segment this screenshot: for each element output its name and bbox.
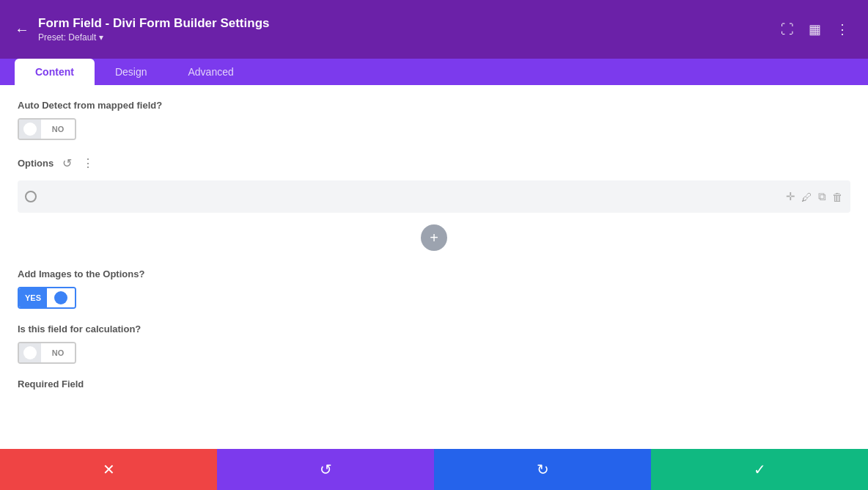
header: ← Form Field - Divi Form Builder Setting…	[0, 0, 868, 59]
toggle-yes-thumb-area	[47, 288, 75, 307]
columns-icon-button[interactable]: ▦	[804, 17, 825, 42]
auto-detect-toggle[interactable]: NO	[18, 118, 76, 140]
header-preset[interactable]: Preset: Default ▾	[38, 32, 269, 43]
bottom-toolbar: ✕ ↺ ↻ ✓	[0, 449, 868, 490]
cancel-button[interactable]: ✕	[0, 449, 217, 490]
delete-icon[interactable]: 🗑	[832, 191, 843, 203]
redo-button[interactable]: ↻	[434, 449, 651, 490]
options-more-button[interactable]: ⋮	[81, 155, 95, 172]
toggle-yes-thumb	[54, 291, 67, 304]
is-calculation-toggle-row: NO	[18, 342, 850, 364]
add-option-button[interactable]: +	[421, 224, 447, 251]
header-title: Form Field - Divi Form Builder Settings	[38, 16, 269, 31]
add-images-toggle[interactable]: YES	[18, 287, 76, 309]
toggle-no-text: NO	[41, 120, 75, 139]
auto-detect-label: Auto Detect from mapped field?	[18, 100, 850, 111]
is-calculation-section: Is this field for calculation? NO	[18, 323, 850, 364]
required-field-section: Required Field	[18, 379, 850, 390]
more-icon-button[interactable]: ⋮	[831, 17, 853, 42]
add-images-section: Add Images to the Options? YES	[18, 268, 850, 309]
add-option-row: +	[18, 224, 850, 251]
toggle-yes-text: YES	[19, 288, 47, 307]
tabs-bar: Content Design Advanced	[0, 59, 868, 85]
header-right: ⛶ ▦ ⋮	[776, 17, 853, 42]
is-calculation-toggle[interactable]: NO	[18, 342, 76, 364]
duplicate-icon[interactable]: ⧉	[818, 190, 826, 203]
auto-detect-toggle-row: NO	[18, 118, 850, 140]
calc-toggle-thumb	[23, 346, 37, 359]
option-item: ✛ 🖊 ⧉ 🗑	[18, 180, 850, 213]
undo-button[interactable]: ↺	[217, 449, 434, 490]
main-content: Auto Detect from mapped field? NO Option…	[0, 85, 868, 449]
tab-design[interactable]: Design	[95, 59, 168, 85]
header-left: ← Form Field - Divi Form Builder Setting…	[15, 16, 269, 43]
is-calculation-label: Is this field for calculation?	[18, 323, 850, 334]
back-button[interactable]: ←	[15, 21, 29, 38]
options-title: Options	[18, 158, 54, 169]
auto-detect-section: Auto Detect from mapped field? NO	[18, 100, 850, 140]
app-container: ← Form Field - Divi Form Builder Setting…	[0, 0, 868, 490]
tab-content[interactable]: Content	[15, 59, 95, 85]
required-field-label: Required Field	[18, 379, 850, 390]
add-images-label: Add Images to the Options?	[18, 268, 850, 279]
calc-toggle-thumb-area	[19, 343, 41, 362]
header-title-group: Form Field - Divi Form Builder Settings …	[38, 16, 269, 43]
edit-icon[interactable]: 🖊	[801, 191, 812, 203]
save-button[interactable]: ✓	[651, 449, 868, 490]
options-reset-button[interactable]: ↺	[61, 155, 73, 172]
move-icon[interactable]: ✛	[786, 190, 795, 203]
options-header: Options ↺ ⋮	[18, 155, 850, 172]
expand-icon-button[interactable]: ⛶	[776, 18, 798, 42]
toggle-thumb-area	[19, 120, 41, 139]
option-actions: ✛ 🖊 ⧉ 🗑	[786, 190, 843, 203]
radio-circle	[25, 191, 37, 202]
options-section: Options ↺ ⋮ ✛ 🖊 ⧉ 🗑 +	[18, 155, 850, 251]
add-images-toggle-row: YES	[18, 287, 850, 309]
toggle-thumb	[23, 122, 37, 136]
calc-toggle-no-text: NO	[41, 343, 75, 362]
tab-advanced[interactable]: Advanced	[167, 59, 254, 85]
